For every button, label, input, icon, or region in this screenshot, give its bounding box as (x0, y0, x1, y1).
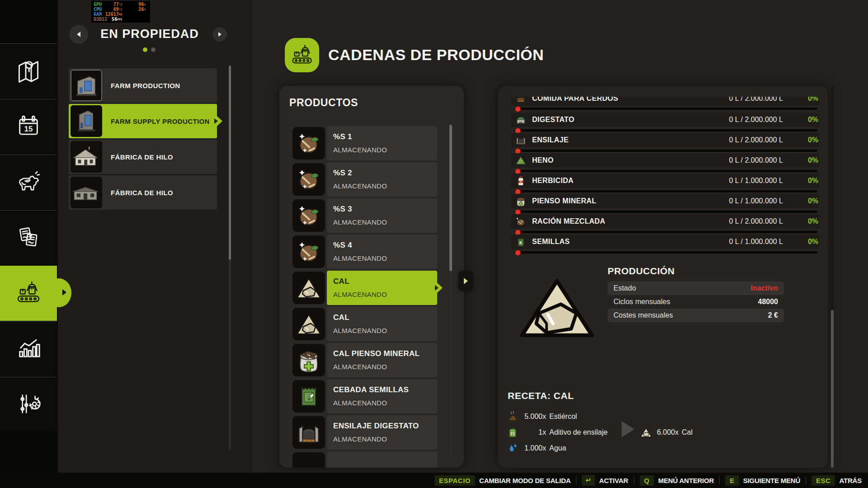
product-name: ENSILAJE DIGESTATO (333, 422, 419, 431)
product-status: ALMACENANDO (333, 182, 387, 190)
fill-bar (514, 231, 817, 233)
page-title: CADENAS DE PRODUCCIÓN (328, 46, 544, 64)
fill-level-marker (515, 106, 521, 112)
products-scrollbar[interactable] (449, 125, 452, 454)
hotbar-separator (806, 476, 806, 484)
owned-list-scrollbar-thumb[interactable] (229, 66, 231, 260)
product-status: ALMACENANDO (333, 254, 387, 262)
owned-section-title: EN PROPIEDAD (90, 27, 209, 41)
product-status: ALMACENANDO (333, 218, 387, 226)
hotbar-separator (719, 476, 720, 484)
sidebar-item-contracts[interactable] (0, 210, 57, 265)
product-name: %S 4 (333, 241, 352, 250)
q-key[interactable]: Q (640, 475, 654, 486)
owned-prev-button[interactable] (69, 25, 88, 44)
silage-additive-icon (506, 426, 519, 439)
building-item[interactable]: FÁBRICA DE HILO (69, 175, 217, 210)
sidebar-item-map[interactable] (0, 43, 57, 99)
product-item[interactable]: CEBADA SEMILLASALMACENANDO (292, 379, 437, 413)
product-status: ALMACENANDO (333, 399, 387, 407)
production-state-row: Estado Inactivo (608, 282, 784, 295)
mineral-feed-icon (515, 195, 527, 207)
product-item[interactable]: %S 1ALMACENANDO (292, 126, 437, 160)
recipe-output: 6.000x Cal (640, 426, 693, 439)
product-item-selected[interactable]: CALALMACENANDO (292, 271, 437, 305)
production-section-title: PRODUCCIÓN (608, 266, 675, 277)
hotbar-activate[interactable]: ↵ ACTIVAR (582, 475, 628, 486)
building-thumbnail (71, 177, 102, 208)
lime-icon (292, 272, 325, 304)
e-key[interactable]: E (725, 475, 739, 486)
map-icon (15, 57, 42, 85)
product-status: ALMACENANDO (333, 146, 387, 154)
product-item[interactable]: %S 2ALMACENANDO (292, 162, 437, 197)
building-name: FÁBRICA DE HILO (111, 140, 173, 174)
svg-text:15: 15 (24, 125, 33, 133)
product-item[interactable]: ENSILAJE DIGESTATOALMACENANDO (292, 415, 437, 450)
hotbar-output-mode[interactable]: ESPACIO CAMBIAR MODO DE SALIDA (434, 475, 571, 486)
production-cycles-row: Ciclos mensuales 48000 (608, 295, 784, 309)
page-dot-inactive[interactable] (151, 47, 156, 52)
building-item[interactable]: FÁBRICA DE HILO (69, 140, 217, 174)
storage-row: RACIÓN MEZCLADA 0 L / 2.000.000 L 0% (511, 214, 819, 229)
owned-next-button[interactable] (212, 27, 227, 42)
fill-bar (514, 211, 817, 213)
costs-label: Costes mensuales (613, 311, 673, 319)
esc-key[interactable]: ESC (811, 475, 835, 486)
product-item[interactable]: %S 4ALMACENANDO (292, 235, 437, 269)
building-thumbnail (71, 141, 102, 173)
sidebar-item-statistics[interactable] (0, 321, 57, 376)
panel-tab-arrow-icon (464, 278, 468, 284)
page-dot-active[interactable] (143, 47, 147, 52)
storage-list[interactable]: COMIDA PARA CERDOS 0 L / 2.000.000 L 0% … (511, 97, 821, 256)
hotbar-previous-menu[interactable]: Q MENÚ ANTERIOR (640, 475, 714, 486)
fill-bar (514, 150, 817, 152)
products-title: PRODUCTOS (289, 97, 358, 109)
space-key[interactable]: ESPACIO (434, 475, 475, 486)
product-item[interactable]: CALALMACENANDO (292, 307, 437, 341)
hotbar-next-menu[interactable]: E SIGUIENTE MENÚ (725, 475, 800, 486)
building-item-selected[interactable]: FARM SUPPLY PRODUCTION (69, 104, 217, 138)
production-chains-icon (15, 280, 42, 308)
pig-food-icon (515, 97, 527, 104)
building-name: FARM PRODUCTION (111, 68, 180, 103)
compost-icon (292, 127, 325, 160)
lime-icon (292, 308, 325, 340)
fill-bar (514, 190, 817, 192)
building-item[interactable]: FARM PRODUCTION (69, 68, 217, 103)
sidebar-item-calendar[interactable]: 15 (0, 99, 57, 154)
product-status: ALMACENANDO (333, 435, 387, 443)
product-item-clipped[interactable] (292, 451, 437, 468)
product-item[interactable]: CAL PIENSO MINERALALMACENANDO (292, 343, 437, 377)
building-thumbnail (71, 105, 102, 137)
product-item[interactable]: %S 3ALMACENANDO (292, 198, 437, 233)
manure-icon (506, 410, 519, 423)
product-large-icon (518, 274, 596, 342)
sidebar-item-settings[interactable] (0, 377, 57, 432)
detail-panel-scrollbar[interactable] (831, 86, 834, 468)
products-scrollbar-thumb[interactable] (449, 125, 452, 271)
detail-panel-scrollbar-thumb[interactable] (831, 310, 834, 468)
prev-arrow-icon (77, 32, 80, 37)
product-name: CAL (333, 313, 349, 322)
hotbar-back[interactable]: ESC ATRÁS (811, 475, 862, 486)
enter-key-icon[interactable]: ↵ (582, 475, 595, 486)
sidebar-selected-arrow-icon (62, 289, 66, 296)
sidebar-item-animals[interactable] (0, 155, 57, 210)
production-chains-header-icon (285, 38, 319, 72)
state-label: Estado (613, 284, 636, 292)
hay-icon (515, 155, 527, 166)
recipe-input: 1.000x Agua (506, 441, 656, 455)
production-costs-row: Costes mensuales 2 € (608, 309, 784, 322)
fill-level-marker (515, 250, 521, 256)
products-panel-tab[interactable] (458, 271, 473, 291)
settings-icon (15, 391, 42, 419)
main-menu-sidebar: 15 (0, 0, 58, 488)
storage-row-clipped: COMIDA PARA CERDOS 0 L / 2.000.000 L 0% (511, 97, 819, 106)
herbicide-icon (515, 175, 527, 187)
compost-icon (292, 235, 325, 268)
cow-icon (15, 169, 42, 197)
product-name: CAL PIENSO MINERAL (333, 349, 420, 358)
owned-list-scrollbar[interactable] (229, 66, 231, 450)
product-status: ALMACENANDO (333, 291, 387, 298)
